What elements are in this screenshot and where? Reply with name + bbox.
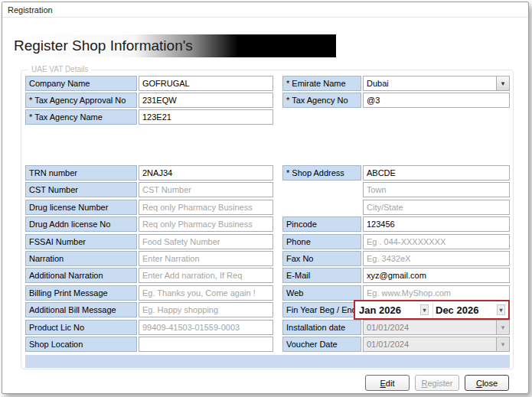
cst-number-label: CST Number: [25, 182, 137, 197]
narration-input[interactable]: [139, 251, 273, 266]
field-row: Shop Location: [25, 337, 273, 352]
field-row: * Tax Agency Approval No: [25, 93, 273, 108]
field-row: TRN number: [25, 165, 273, 181]
product-lic-no-label: Product Lic No: [25, 320, 137, 335]
web-input[interactable]: [363, 285, 510, 301]
field-row: Additional Narration: [25, 268, 273, 283]
shop-address-label: * Shop Address: [282, 165, 361, 181]
edit-button[interactable]: Edit: [365, 375, 410, 391]
chevron-down-icon[interactable]: ▾: [496, 76, 509, 90]
top-left-fields: Company Name * Tax Agency Approval No * …: [25, 76, 273, 126]
field-row: * Tax Agency No: [282, 93, 510, 108]
chevron-down-icon[interactable]: ▾: [496, 321, 509, 334]
fssai-number-input[interactable]: [139, 234, 273, 249]
tax-agency-approval-no-input[interactable]: [139, 93, 273, 108]
field-row: E-Mail: [282, 268, 510, 283]
field-row: Installation date 01/01/2024 ▾: [282, 320, 510, 335]
fax-no-label: Fax No: [282, 251, 361, 266]
shop-location-label: Shop Location: [25, 337, 137, 352]
voucher-date-label: Voucher Date: [282, 337, 361, 352]
phone-input[interactable]: [363, 234, 510, 249]
drug-license-number-label: Drug license Number: [25, 200, 137, 215]
fin-year-begin-value: Jan 2026: [359, 304, 401, 316]
narration-label: Narration: [25, 251, 137, 266]
product-lic-no-input[interactable]: [139, 320, 273, 335]
fax-no-input[interactable]: [363, 251, 510, 266]
shop-address-line2-input[interactable]: [363, 182, 510, 197]
chevron-down-icon[interactable]: ▾: [496, 337, 509, 351]
fin-year-highlight-box: Jan 2026 ▾ Dec 2026 ▾: [354, 300, 510, 320]
shop-address-label-spacer: [282, 182, 361, 197]
field-row: CST Number: [25, 182, 273, 197]
additional-narration-label: Additional Narration: [25, 268, 137, 283]
window-title: Registration: [8, 5, 53, 15]
web-label: Web: [282, 285, 361, 301]
shop-address-input[interactable]: [363, 165, 510, 181]
register-button[interactable]: Register: [415, 375, 459, 391]
window-titlebar: Registration: [2, 2, 528, 18]
field-row: Pincode: [282, 216, 510, 232]
company-name-input[interactable]: [139, 76, 273, 91]
tax-agency-name-input[interactable]: [139, 109, 273, 125]
tax-agency-name-label: * Tax Agency Name: [25, 109, 137, 125]
field-row: * Tax Agency Name: [25, 109, 273, 125]
additional-bill-message-input[interactable]: [139, 302, 273, 317]
voucher-date-select[interactable]: 01/01/2024 ▾: [363, 337, 510, 352]
edit-button-label: Edit: [366, 379, 409, 388]
field-row: Product Lic No: [25, 320, 273, 335]
main-left-fields: TRN number CST Number Drug license Numbe…: [25, 165, 273, 353]
emirate-name-label: * Emirate Name: [282, 76, 361, 91]
chevron-down-icon[interactable]: ▾: [420, 304, 429, 315]
bottom-blue-strip: [25, 355, 510, 368]
drug-addn-license-no-input[interactable]: [139, 216, 273, 232]
drug-license-number-input[interactable]: [139, 200, 273, 215]
tax-agency-no-label: * Tax Agency No: [282, 93, 361, 108]
pincode-label: Pincode: [282, 216, 361, 232]
field-row: Billing Print Message: [25, 285, 273, 301]
shop-address-line3-input[interactable]: [363, 200, 510, 215]
field-row: Phone: [282, 234, 510, 249]
billing-print-message-label: Billing Print Message: [25, 285, 137, 301]
additional-narration-input[interactable]: [139, 268, 273, 283]
emirate-name-value: Dubai: [367, 79, 389, 88]
trn-number-label: TRN number: [25, 165, 137, 181]
pincode-input[interactable]: [363, 216, 510, 232]
installation-date-select[interactable]: 01/01/2024 ▾: [363, 320, 510, 335]
drug-addn-license-no-label: Drug Addn license No: [25, 216, 137, 232]
registration-window: Registration Register Shop Information's…: [2, 2, 529, 394]
main-right-fields: * Shop Address Pincode Phone Fax No E-Ma…: [282, 165, 510, 353]
company-name-label: Company Name: [25, 76, 137, 91]
top-right-fields: * Emirate Name Dubai ▾ * Tax Agency No: [282, 76, 510, 109]
installation-date-value: 01/01/2024: [367, 323, 409, 332]
chevron-down-icon[interactable]: ▾: [497, 304, 505, 315]
tax-agency-approval-no-label: * Tax Agency Approval No: [25, 93, 137, 108]
field-row: Voucher Date 01/01/2024 ▾: [282, 337, 510, 352]
fin-year-begin-select[interactable]: Jan 2026 ▾: [357, 302, 430, 317]
field-row: Additional Bill Message: [25, 302, 273, 317]
action-buttons: Edit Register Close: [365, 375, 509, 391]
field-row: [282, 182, 510, 197]
field-row: FSSAI Number: [25, 234, 273, 249]
header-band: Register Shop Information's: [10, 34, 336, 57]
installation-date-label: Installation date: [282, 320, 361, 335]
emirate-name-select[interactable]: Dubai ▾: [363, 76, 510, 91]
phone-label: Phone: [282, 234, 361, 249]
shop-location-input[interactable]: [139, 337, 273, 352]
field-row: Narration: [25, 251, 273, 266]
uae-vat-group-label: UAE VAT Details: [28, 65, 91, 73]
field-row: [282, 200, 510, 215]
additional-bill-message-label: Additional Bill Message: [25, 302, 137, 317]
tax-agency-no-input[interactable]: [363, 93, 510, 108]
voucher-date-value: 01/01/2024: [367, 340, 409, 349]
trn-number-input[interactable]: [139, 165, 273, 181]
fin-year-end-select[interactable]: Dec 2026 ▾: [432, 302, 507, 317]
field-row: Fax No: [282, 251, 510, 266]
field-row: * Emirate Name Dubai ▾: [282, 76, 510, 91]
billing-print-message-input[interactable]: [139, 285, 273, 301]
register-button-label: Register: [416, 379, 459, 388]
email-label: E-Mail: [282, 268, 361, 283]
close-button-label: Close: [465, 379, 508, 388]
email-input[interactable]: [363, 268, 510, 283]
cst-number-input[interactable]: [139, 182, 273, 197]
close-button[interactable]: Close: [465, 375, 509, 391]
